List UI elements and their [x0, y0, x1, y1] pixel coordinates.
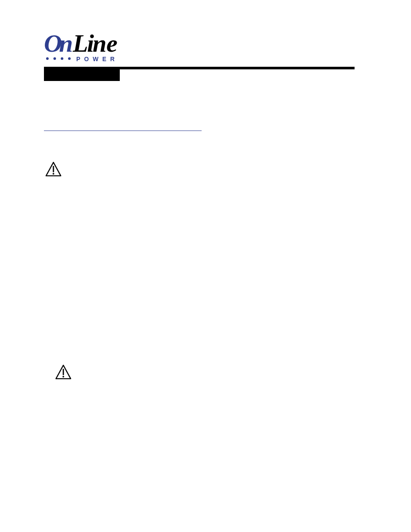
warning-triangle-icon	[55, 364, 72, 380]
svg-text:POWER: POWER	[76, 56, 118, 62]
warning-triangle-icon	[45, 162, 62, 177]
online-power-logo: O n L i n e POWER	[44, 30, 128, 65]
warning-icon-svg	[45, 162, 62, 177]
svg-point-7	[53, 57, 56, 60]
svg-point-6	[46, 57, 49, 60]
svg-text:n: n	[59, 30, 72, 57]
svg-text:n: n	[93, 30, 106, 57]
svg-point-14	[62, 376, 64, 378]
section-tab	[44, 69, 120, 81]
svg-point-8	[61, 57, 63, 60]
svg-text:L: L	[72, 30, 87, 57]
link-underline	[44, 130, 202, 131]
svg-text:e: e	[106, 30, 117, 57]
document-page: O n L i n e POWER	[0, 0, 411, 532]
svg-point-12	[53, 173, 54, 175]
logo-svg: O n L i n e POWER	[44, 30, 128, 65]
warning-icon-svg	[55, 364, 72, 380]
svg-point-9	[68, 57, 71, 60]
